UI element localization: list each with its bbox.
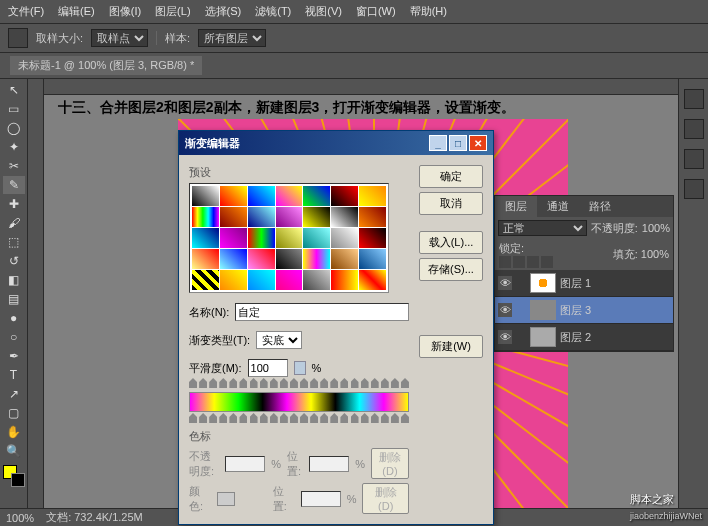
gradient-stop[interactable] [209, 413, 217, 423]
gradient-stop[interactable] [371, 378, 379, 388]
panel-icon-history[interactable] [684, 89, 704, 109]
pen-tool[interactable]: ✒ [3, 347, 25, 365]
load-button[interactable]: 载入(L)... [419, 231, 483, 254]
gradient-preset[interactable] [192, 228, 219, 248]
gradient-preset[interactable] [331, 207, 358, 227]
lasso-tool[interactable]: ◯ [3, 119, 25, 137]
menu-filter[interactable]: 滤镜(T) [255, 4, 291, 19]
gradient-stop[interactable] [209, 378, 217, 388]
gradient-stop[interactable] [310, 378, 318, 388]
menu-help[interactable]: 帮助(H) [410, 4, 447, 19]
gradient-stop[interactable] [320, 378, 328, 388]
gradient-preset[interactable] [359, 270, 386, 290]
gradient-preset[interactable] [220, 270, 247, 290]
gradient-preset[interactable] [303, 270, 330, 290]
blur-tool[interactable]: ● [3, 309, 25, 327]
close-button[interactable]: ✕ [469, 135, 487, 151]
gradient-stop[interactable] [351, 378, 359, 388]
sample-size-select[interactable]: 取样点 [91, 29, 148, 47]
gradient-stop[interactable] [280, 378, 288, 388]
background-color[interactable] [11, 473, 25, 487]
dialog-titlebar[interactable]: 渐变编辑器 _ □ ✕ [179, 131, 493, 155]
gradient-stop[interactable] [300, 378, 308, 388]
gradient-stop[interactable] [229, 378, 237, 388]
layer-row[interactable]: 👁图层 2 [495, 324, 673, 351]
shape-tool[interactable]: ▢ [3, 404, 25, 422]
eyedropper-tool-icon[interactable] [8, 28, 28, 48]
fill-value[interactable]: 100% [641, 248, 669, 260]
panel-icon-styles[interactable] [684, 179, 704, 199]
document-tab[interactable]: 未标题-1 @ 100% (图层 3, RGB/8) * [10, 56, 202, 75]
gradient-preset[interactable] [220, 249, 247, 269]
smooth-arrow-icon[interactable] [294, 361, 306, 375]
sample-target-select[interactable]: 所有图层 [198, 29, 266, 47]
blend-mode-select[interactable]: 正常 [498, 220, 587, 236]
gradient-stop[interactable] [401, 413, 409, 423]
gradient-stop[interactable] [199, 413, 207, 423]
maximize-button[interactable]: □ [449, 135, 467, 151]
gradient-preset[interactable] [192, 270, 219, 290]
layer-row[interactable]: 👁图层 3 [495, 297, 673, 324]
gradient-stop[interactable] [260, 413, 268, 423]
gradient-preset[interactable] [303, 186, 330, 206]
gradient-stop[interactable] [250, 378, 258, 388]
gradient-stop[interactable] [340, 378, 348, 388]
gradient-tool[interactable]: ▤ [3, 290, 25, 308]
gradient-stop[interactable] [189, 413, 197, 423]
gradient-stop[interactable] [189, 378, 197, 388]
layer-row[interactable]: 👁图层 1 [495, 270, 673, 297]
gradient-preset[interactable] [248, 186, 275, 206]
gradient-stop[interactable] [270, 378, 278, 388]
stamp-tool[interactable]: ⬚ [3, 233, 25, 251]
gradient-stop[interactable] [361, 378, 369, 388]
gradient-preset[interactable] [276, 270, 303, 290]
eyedropper-tool[interactable]: ✎ [3, 176, 25, 194]
gradient-preset[interactable] [220, 186, 247, 206]
gradient-stop[interactable] [330, 413, 338, 423]
gradient-stop[interactable] [381, 413, 389, 423]
gradient-stop[interactable] [239, 378, 247, 388]
brush-tool[interactable]: 🖌 [3, 214, 25, 232]
color-swatch[interactable] [3, 465, 25, 487]
ok-button[interactable]: 确定 [419, 165, 483, 188]
lock-buttons[interactable] [499, 256, 553, 268]
gradient-stop[interactable] [300, 413, 308, 423]
name-input[interactable] [235, 303, 409, 321]
minimize-button[interactable]: _ [429, 135, 447, 151]
gradient-preset[interactable] [192, 207, 219, 227]
gradient-preset[interactable] [248, 249, 275, 269]
panel-icon-color[interactable] [684, 119, 704, 139]
tab-layers[interactable]: 图层 [495, 196, 537, 217]
gradient-preset[interactable] [248, 228, 275, 248]
gradient-stop[interactable] [219, 378, 227, 388]
gradient-stop[interactable] [351, 413, 359, 423]
menu-window[interactable]: 窗口(W) [356, 4, 396, 19]
gradient-preset[interactable] [359, 207, 386, 227]
gradient-bar[interactable] [189, 392, 409, 412]
gradient-preset[interactable] [276, 249, 303, 269]
gradient-preset[interactable] [331, 186, 358, 206]
gradient-preset[interactable] [331, 249, 358, 269]
tab-channels[interactable]: 通道 [537, 196, 579, 217]
gradient-stop[interactable] [250, 413, 258, 423]
path-tool[interactable]: ↗ [3, 385, 25, 403]
heal-tool[interactable]: ✚ [3, 195, 25, 213]
menu-edit[interactable]: 编辑(E) [58, 4, 95, 19]
visibility-toggle[interactable]: 👁 [498, 330, 512, 344]
gradient-preset[interactable] [359, 228, 386, 248]
gradient-preset[interactable] [192, 186, 219, 206]
gradient-preset[interactable] [248, 270, 275, 290]
gradient-preset[interactable] [303, 249, 330, 269]
smooth-input[interactable] [248, 359, 288, 377]
gradient-stop[interactable] [340, 413, 348, 423]
gradient-stop[interactable] [361, 413, 369, 423]
zoom-tool[interactable]: 🔍 [3, 442, 25, 460]
panel-icon-swatches[interactable] [684, 149, 704, 169]
gradient-stop[interactable] [310, 413, 318, 423]
gradient-preset[interactable] [220, 207, 247, 227]
gradient-stop[interactable] [270, 413, 278, 423]
gradient-preset[interactable] [192, 249, 219, 269]
gradient-stop[interactable] [391, 413, 399, 423]
dodge-tool[interactable]: ○ [3, 328, 25, 346]
gradient-stop[interactable] [401, 378, 409, 388]
